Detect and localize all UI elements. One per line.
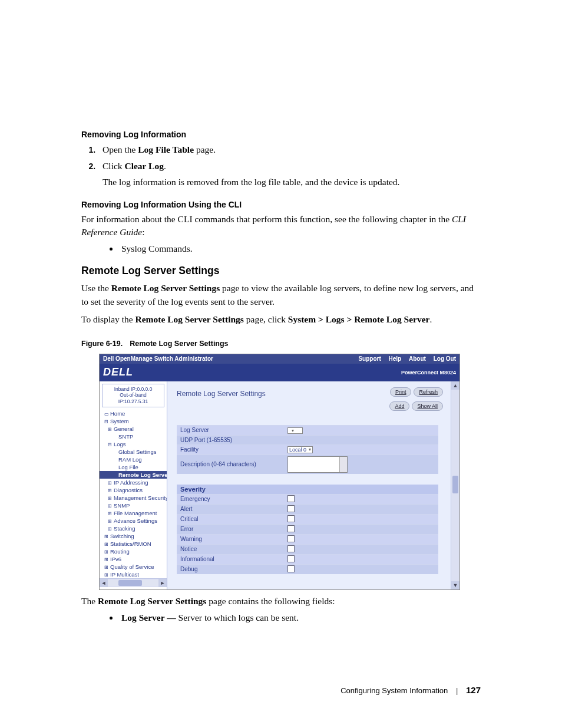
step-1-pre: Open the <box>103 144 138 154</box>
tree-expander-icon[interactable]: ⊞ <box>108 488 113 493</box>
hscroll-right-icon[interactable]: ► <box>158 579 167 587</box>
field-bullets: Log Server — Server to which logs can be… <box>119 612 481 623</box>
nav-label: Quality of Service <box>110 564 154 570</box>
tree-expander-icon[interactable]: ⊞ <box>104 534 109 539</box>
ss-body: Inband IP:0.0.0.0 Out-of-band IP:10.27.5… <box>100 381 459 589</box>
severity-checkbox-error[interactable] <box>287 525 295 532</box>
nav-item-general[interactable]: ⊞General <box>100 425 167 433</box>
severity-checkbox-warning[interactable] <box>287 535 295 542</box>
severity-label: Critical <box>177 514 284 524</box>
tree-expander-icon[interactable]: ⊞ <box>104 565 109 570</box>
vscroll-thumb[interactable] <box>452 476 458 493</box>
severity-checkbox-alert[interactable] <box>287 505 295 512</box>
section-path-post: . <box>429 314 432 324</box>
main-vscroll[interactable]: ▲ ▼ <box>451 381 459 589</box>
log-server-select[interactable] <box>287 427 303 434</box>
footer-page-number: 127 <box>466 685 481 695</box>
nav-hscroll[interactable]: ◄ ► <box>100 578 167 587</box>
nav-item-ram-log[interactable]: RAM Log <box>100 456 167 463</box>
tree-expander-icon[interactable]: ⊞ <box>104 542 109 547</box>
page-footer: Configuring System Information | 127 <box>340 685 481 695</box>
textarea-scroll[interactable] <box>339 457 347 472</box>
label-facility: Facility <box>177 444 284 454</box>
description-textarea[interactable] <box>287 456 348 473</box>
tree-expander-icon[interactable]: ⊞ <box>108 519 113 524</box>
tree-expander-icon[interactable]: ⊞ <box>108 526 113 532</box>
nav-item-routing[interactable]: ⊞Routing <box>100 548 167 555</box>
link-about[interactable]: About <box>409 355 426 362</box>
nav-item-system[interactable]: ⊟System <box>100 417 167 425</box>
severity-checkbox-critical[interactable] <box>287 515 295 522</box>
main-panel: ▲ ▼ Remote Log Server Settings Print Ref… <box>167 381 459 589</box>
nav-item-global-settings[interactable]: Global Settings <box>100 448 167 456</box>
nav-item-file-management[interactable]: ⊞File Management <box>100 509 167 517</box>
tree-expander-icon[interactable]: ⊟ <box>104 419 109 424</box>
nav-item-snmp[interactable]: ⊞SNMP <box>100 502 167 509</box>
nav-item-management-security[interactable]: ⊞Management Security <box>100 494 167 502</box>
section-path-mid: page, click <box>244 314 288 324</box>
tree-expander-icon[interactable]: ⊞ <box>108 503 113 509</box>
severity-checkbox-informational[interactable] <box>287 555 295 562</box>
severity-checkbox-notice[interactable] <box>287 545 295 552</box>
print-button[interactable]: Print <box>390 387 412 397</box>
showall-button[interactable]: Show All <box>412 401 443 411</box>
cli-intro: For information about the CLI commands t… <box>81 213 481 239</box>
link-support[interactable]: Support <box>358 355 381 362</box>
tree-expander-icon[interactable]: ▭ <box>104 411 109 417</box>
tree-expander-icon[interactable]: ⊞ <box>104 549 109 555</box>
row-facility: Facility Local 0 <box>177 444 438 454</box>
hscroll-thumb[interactable] <box>118 580 142 586</box>
figure-caption: Figure 6-19.Remote Log Server Settings <box>81 340 481 348</box>
vscroll-down-icon[interactable]: ▼ <box>451 581 459 589</box>
tree-expander-icon[interactable]: ⊞ <box>108 511 113 516</box>
vscroll-up-icon[interactable]: ▲ <box>451 381 459 390</box>
severity-table: EmergencyAlertCriticalErrorWarningNotice… <box>177 494 438 574</box>
label-log-server: Log Server <box>177 425 284 435</box>
nav-item-home[interactable]: ▭Home <box>100 410 167 417</box>
severity-row-notice: Notice <box>177 544 438 554</box>
nav-item-remote-log-server[interactable]: Remote Log Server <box>100 471 167 479</box>
tree-expander-icon[interactable]: ⊞ <box>104 572 109 578</box>
link-logout[interactable]: Log Out <box>434 355 456 362</box>
nav-label: SNMP <box>114 502 130 509</box>
dell-logo: DELL <box>103 366 133 378</box>
facility-select[interactable]: Local 0 <box>287 446 313 453</box>
severity-checkbox-emergency[interactable] <box>287 495 295 502</box>
tree-expander-icon[interactable]: ⊟ <box>108 442 113 447</box>
section-intro-pre: Use the <box>81 283 111 293</box>
tree-expander-icon[interactable]: ⊞ <box>104 557 109 562</box>
nav-item-stacking[interactable]: ⊞Stacking <box>100 525 167 532</box>
severity-label: Alert <box>177 504 284 514</box>
tree-expander-icon[interactable]: ⊞ <box>108 480 113 486</box>
ip-box: Inband IP:0.0.0.0 Out-of-band IP:10.27.5… <box>102 384 164 407</box>
section-path-pre: To display the <box>81 314 135 324</box>
link-help[interactable]: Help <box>389 355 402 362</box>
section-path: To display the Remote Log Server Setting… <box>81 313 481 326</box>
nav-item-sntp[interactable]: SNTP <box>100 433 167 440</box>
nav-label: Global Settings <box>118 449 156 455</box>
refresh-button[interactable]: Refresh <box>414 387 443 397</box>
hscroll-left-icon[interactable]: ◄ <box>100 579 108 587</box>
nav-label: RAM Log <box>118 456 142 463</box>
nav-item-logs[interactable]: ⊟Logs <box>100 440 167 448</box>
step-2: Click Clear Log. The log information is … <box>98 159 481 189</box>
figure-title: Remote Log Server Settings <box>130 340 228 348</box>
below-fig-pre: The <box>81 596 98 606</box>
severity-header: Severity <box>177 485 438 494</box>
nav-item-ip-multicast[interactable]: ⊞IP Multicast <box>100 571 167 578</box>
nav-item-diagnostics[interactable]: ⊞Diagnostics <box>100 486 167 494</box>
nav-item-statistics-rmon[interactable]: ⊞Statistics/RMON <box>100 540 167 548</box>
nav-label: IP Addressing <box>114 479 148 486</box>
nav-item-log-file[interactable]: Log File <box>100 463 167 471</box>
severity-row-error: Error <box>177 524 438 534</box>
add-button[interactable]: Add <box>389 401 409 411</box>
severity-row-emergency: Emergency <box>177 494 438 504</box>
nav-item-switching[interactable]: ⊞Switching <box>100 532 167 540</box>
nav-item-ipv6[interactable]: ⊞IPv6 <box>100 555 167 563</box>
nav-item-advance-settings[interactable]: ⊞Advance Settings <box>100 517 167 525</box>
severity-checkbox-debug[interactable] <box>287 565 295 572</box>
nav-item-ip-addressing[interactable]: ⊞IP Addressing <box>100 479 167 486</box>
nav-item-quality-of-service[interactable]: ⊞Quality of Service <box>100 563 167 571</box>
tree-expander-icon[interactable]: ⊞ <box>108 427 113 432</box>
tree-expander-icon[interactable]: ⊞ <box>108 496 113 501</box>
